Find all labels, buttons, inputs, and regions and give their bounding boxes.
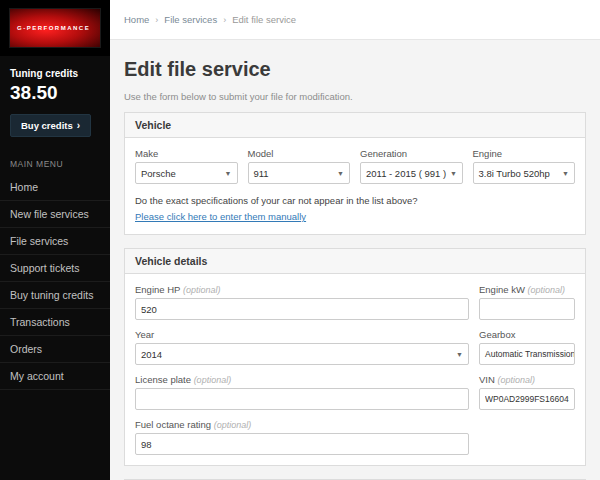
- credits-value: 38.50: [10, 82, 100, 104]
- optional-tag: (optional): [528, 285, 566, 295]
- page-title: Edit file service: [124, 58, 586, 81]
- vin-input[interactable]: [479, 388, 575, 410]
- logo-text: G-PERFORMANCE: [17, 25, 90, 31]
- sidebar-item-buy-tuning-credits[interactable]: Buy tuning credits: [0, 282, 110, 309]
- sidebar-item-orders[interactable]: Orders: [0, 336, 110, 363]
- vehicle-panel: Vehicle Make Porsche ▼ Model: [124, 112, 586, 235]
- year-label: Year: [135, 329, 469, 340]
- main-menu-header: MAIN MENU: [0, 147, 110, 174]
- credits-label: Tuning credits: [10, 68, 100, 79]
- breadcrumb-separator-icon: ›: [155, 15, 158, 25]
- gearbox-value: Automatic Transmission: [485, 349, 575, 359]
- app-window: G-PERFORMANCE Tuning credits 38.50 Buy c…: [0, 0, 600, 480]
- chevron-down-icon: ▼: [456, 351, 463, 358]
- manual-entry-link[interactable]: Please click here to enter them manually: [135, 211, 306, 222]
- chevron-down-icon: ▼: [225, 170, 232, 177]
- model-field: Model 911 ▼: [248, 148, 351, 184]
- license-plate-field: License plate (optional): [135, 374, 469, 410]
- engine-value: 3.8i Turbo 520hp: [479, 168, 550, 179]
- engine-field: Engine 3.8i Turbo 520hp ▼: [473, 148, 576, 184]
- sidebar-item-support-tickets[interactable]: Support tickets: [0, 255, 110, 282]
- vehicle-details-title: Vehicle details: [125, 249, 585, 274]
- buy-credits-label: Buy credits: [21, 120, 73, 131]
- sidebar-item-file-services[interactable]: File services: [0, 228, 110, 255]
- engine-select[interactable]: 3.8i Turbo 520hp ▼: [473, 162, 576, 184]
- gearbox-select[interactable]: Automatic Transmission: [479, 343, 575, 365]
- generation-select[interactable]: 2011 - 2015 ( 991 ) ▼: [360, 162, 463, 184]
- model-label: Model: [248, 148, 351, 159]
- credits-section: Tuning credits 38.50 Buy credits ›: [0, 56, 110, 147]
- vehicle-selectors-row: Make Porsche ▼ Model 911 ▼: [135, 148, 575, 184]
- breadcrumb-file-services[interactable]: File services: [164, 14, 217, 25]
- engine-kw-field: Engine kW (optional): [479, 284, 575, 320]
- chevron-down-icon: ▼: [450, 170, 457, 177]
- generation-field: Generation 2011 - 2015 ( 991 ) ▼: [360, 148, 463, 184]
- page-subtitle: Use the form below to submit your file f…: [124, 91, 586, 102]
- year-select[interactable]: 2014 ▼: [135, 343, 469, 365]
- engine-label: Engine: [473, 148, 576, 159]
- optional-tag: (optional): [214, 420, 252, 430]
- main-area: Home › File services › Edit file service…: [110, 0, 600, 480]
- optional-tag: (optional): [194, 375, 232, 385]
- gearbox-field: Gearbox Automatic Transmission: [479, 329, 575, 365]
- engine-kw-input[interactable]: [479, 298, 575, 320]
- sidebar-item-new-file-services[interactable]: New file services: [0, 201, 110, 228]
- spec-question-text: Do the exact specifications of your car …: [135, 195, 575, 206]
- year-value: 2014: [141, 349, 162, 360]
- vehicle-panel-title: Vehicle: [125, 113, 585, 138]
- gearbox-label: Gearbox: [479, 329, 575, 340]
- generation-value: 2011 - 2015 ( 991 ): [366, 168, 446, 179]
- sidebar: G-PERFORMANCE Tuning credits 38.50 Buy c…: [0, 0, 110, 480]
- sidebar-item-my-account[interactable]: My account: [0, 363, 110, 390]
- generation-label: Generation: [360, 148, 463, 159]
- buy-credits-button[interactable]: Buy credits ›: [10, 114, 91, 137]
- make-field: Make Porsche ▼: [135, 148, 238, 184]
- model-select[interactable]: 911 ▼: [248, 162, 351, 184]
- chevron-down-icon: ▼: [562, 170, 569, 177]
- page-content: Edit file service Use the form below to …: [110, 40, 600, 480]
- make-value: Porsche: [141, 168, 176, 179]
- brand-logo[interactable]: G-PERFORMANCE: [9, 8, 101, 48]
- breadcrumb-bar: Home › File services › Edit file service: [110, 0, 600, 40]
- sidebar-item-home[interactable]: Home: [0, 174, 110, 201]
- fuel-octane-field: Fuel octane rating (optional): [135, 419, 469, 455]
- fuel-octane-input[interactable]: [135, 433, 469, 455]
- breadcrumb: Home › File services › Edit file service: [124, 14, 296, 25]
- vin-field: VIN (optional): [479, 374, 575, 410]
- license-plate-label: License plate: [135, 374, 191, 385]
- year-field: Year 2014 ▼: [135, 329, 469, 365]
- optional-tag: (optional): [497, 375, 535, 385]
- fuel-octane-label: Fuel octane rating: [135, 419, 211, 430]
- model-value: 911: [254, 168, 269, 179]
- engine-hp-input[interactable]: [135, 298, 469, 320]
- breadcrumb-current: Edit file service: [232, 14, 296, 25]
- vehicle-details-panel: Vehicle details Engine HP (optional): [124, 248, 586, 466]
- engine-hp-field: Engine HP (optional): [135, 284, 469, 320]
- breadcrumb-separator-icon: ›: [223, 15, 226, 25]
- vin-label: VIN: [479, 374, 495, 385]
- breadcrumb-home[interactable]: Home: [124, 14, 149, 25]
- logo-box: G-PERFORMANCE: [0, 0, 110, 56]
- engine-hp-label: Engine HP: [135, 284, 180, 295]
- chevron-down-icon: ▼: [337, 170, 344, 177]
- sidebar-item-transactions[interactable]: Transactions: [0, 309, 110, 336]
- make-label: Make: [135, 148, 238, 159]
- chevron-right-icon: ›: [77, 121, 80, 131]
- make-select[interactable]: Porsche ▼: [135, 162, 238, 184]
- license-plate-input[interactable]: [135, 388, 469, 410]
- engine-kw-label: Engine kW: [479, 284, 525, 295]
- optional-tag: (optional): [183, 285, 221, 295]
